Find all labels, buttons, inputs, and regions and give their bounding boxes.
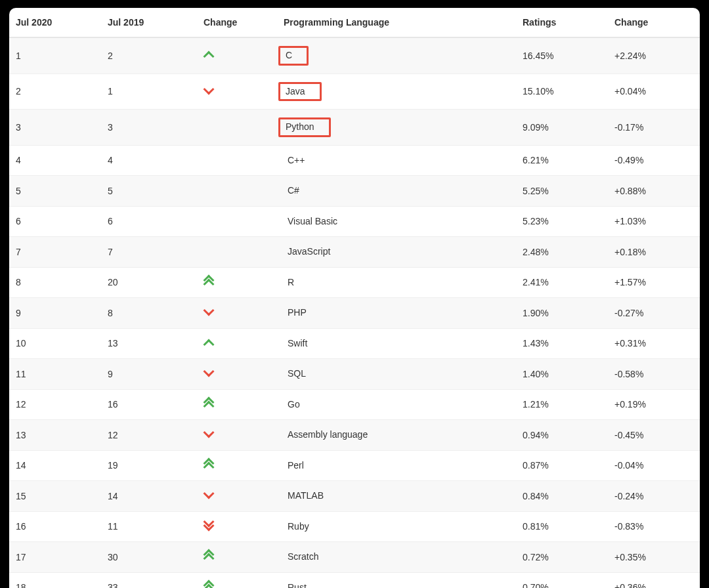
col-header-delta: Change	[608, 8, 700, 37]
cell-change-icon	[197, 572, 277, 588]
cell-jul2019: 20	[101, 267, 197, 298]
ranking-table: Jul 2020 Jul 2019 Change Programming Lan…	[9, 8, 700, 588]
cell-jul2020: 1	[9, 37, 101, 74]
col-header-ratings: Ratings	[516, 8, 608, 37]
cell-delta: +0.36%	[608, 572, 700, 588]
language-label: Ruby	[284, 520, 313, 534]
cell-language: R	[277, 267, 516, 298]
cell-ratings: 9.09%	[516, 110, 608, 146]
cell-ratings: 5.25%	[516, 176, 608, 207]
chevron-down-icon	[204, 86, 215, 95]
cell-change-icon	[197, 74, 277, 110]
language-label: Go	[284, 398, 304, 412]
cell-language: Ruby	[277, 511, 516, 542]
cell-change-icon	[197, 420, 277, 451]
cell-delta: -0.27%	[608, 298, 700, 329]
cell-ratings: 1.21%	[516, 389, 608, 420]
language-highlight-box: Python	[278, 117, 331, 137]
cell-jul2019: 7	[101, 237, 197, 268]
cell-ratings: 0.87%	[516, 450, 608, 481]
cell-jul2019: 6	[101, 206, 197, 237]
cell-jul2019: 13	[101, 328, 197, 359]
cell-delta: -0.58%	[608, 359, 700, 390]
table-row: 1611Ruby0.81%-0.83%	[9, 511, 700, 542]
cell-change-icon	[197, 389, 277, 420]
language-label: Perl	[284, 459, 308, 473]
cell-change-icon	[197, 511, 277, 542]
cell-ratings: 0.81%	[516, 511, 608, 542]
cell-ratings: 16.45%	[516, 37, 608, 74]
cell-language: Python	[277, 110, 516, 146]
cell-ratings: 5.23%	[516, 206, 608, 237]
cell-delta: -0.17%	[608, 110, 700, 146]
cell-change-icon	[197, 542, 277, 573]
chevron-down-icon	[204, 368, 215, 377]
cell-change-icon	[197, 206, 277, 237]
col-header-jul2019: Jul 2019	[101, 8, 197, 37]
cell-jul2019: 8	[101, 298, 197, 329]
cell-ratings: 0.72%	[516, 542, 608, 573]
cell-jul2019: 4	[101, 145, 197, 176]
cell-jul2020: 12	[9, 389, 101, 420]
table-row: 1730Scratch0.72%+0.35%	[9, 542, 700, 573]
cell-delta: +0.19%	[608, 389, 700, 420]
cell-jul2020: 10	[9, 328, 101, 359]
table-row: 1833Rust0.70%+0.36%	[9, 572, 700, 588]
double-chevron-up-icon	[204, 276, 215, 287]
table-row: 1514MATLAB0.84%-0.24%	[9, 481, 700, 512]
cell-language: Rust	[277, 572, 516, 588]
language-highlight-box: Java	[278, 82, 322, 102]
chevron-down-icon	[204, 429, 215, 438]
table-row: 12C16.45%+2.24%	[9, 37, 700, 74]
cell-change-icon	[197, 328, 277, 359]
cell-ratings: 2.41%	[516, 267, 608, 298]
cell-jul2020: 13	[9, 420, 101, 451]
cell-jul2019: 5	[101, 176, 197, 207]
cell-jul2020: 15	[9, 481, 101, 512]
language-label: Assembly language	[284, 428, 372, 442]
cell-change-icon	[197, 145, 277, 176]
cell-ratings: 6.21%	[516, 145, 608, 176]
cell-jul2020: 16	[9, 511, 101, 542]
cell-language: Swift	[277, 328, 516, 359]
cell-delta: -0.04%	[608, 450, 700, 481]
cell-delta: -0.24%	[608, 481, 700, 512]
table-row: 55C#5.25%+0.88%	[9, 176, 700, 207]
cell-language: Visual Basic	[277, 206, 516, 237]
cell-language: JavaScript	[277, 237, 516, 268]
ranking-table-card: Jul 2020 Jul 2019 Change Programming Lan…	[9, 8, 700, 588]
cell-delta: +0.04%	[608, 74, 700, 110]
cell-delta: -0.49%	[608, 145, 700, 176]
cell-jul2020: 18	[9, 572, 101, 588]
language-label: PHP	[284, 306, 311, 320]
cell-language: C#	[277, 176, 516, 207]
cell-change-icon	[197, 237, 277, 268]
cell-jul2019: 3	[101, 110, 197, 146]
table-row: 66Visual Basic5.23%+1.03%	[9, 206, 700, 237]
col-header-jul2020: Jul 2020	[9, 8, 101, 37]
double-chevron-up-icon	[204, 581, 215, 588]
cell-jul2019: 2	[101, 37, 197, 74]
cell-ratings: 0.94%	[516, 420, 608, 451]
cell-jul2020: 14	[9, 450, 101, 481]
table-row: 77JavaScript2.48%+0.18%	[9, 237, 700, 268]
cell-language: Assembly language	[277, 420, 516, 451]
table-row: 119SQL1.40%-0.58%	[9, 359, 700, 390]
chevron-up-icon	[204, 338, 215, 347]
cell-language: SQL	[277, 359, 516, 390]
cell-ratings: 1.90%	[516, 298, 608, 329]
cell-language: C++	[277, 145, 516, 176]
cell-delta: -0.83%	[608, 511, 700, 542]
cell-change-icon	[197, 37, 277, 74]
cell-ratings: 2.48%	[516, 237, 608, 268]
cell-jul2020: 11	[9, 359, 101, 390]
double-chevron-up-icon	[204, 550, 215, 562]
table-row: 33Python9.09%-0.17%	[9, 110, 700, 146]
cell-ratings: 0.84%	[516, 481, 608, 512]
double-chevron-down-icon	[204, 520, 215, 532]
table-row: 1419Perl0.87%-0.04%	[9, 450, 700, 481]
cell-delta: +0.18%	[608, 237, 700, 268]
table-row: 98PHP1.90%-0.27%	[9, 298, 700, 329]
col-header-language: Programming Language	[277, 8, 516, 37]
language-label: Scratch	[284, 550, 322, 564]
